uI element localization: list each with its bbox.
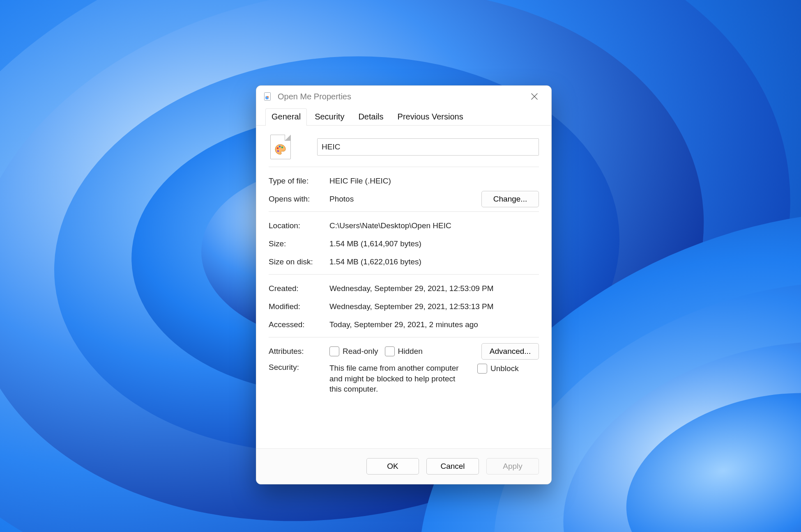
separator (269, 167, 539, 167)
separator (269, 274, 539, 275)
accessed-value: Today, September 29, 2021, 2 minutes ago (329, 320, 539, 329)
size-on-disk-value: 1.54 MB (1,622,016 bytes) (329, 257, 539, 266)
hidden-checkbox-label: Hidden (398, 347, 423, 356)
security-label: Security: (269, 363, 329, 372)
svg-point-15 (267, 96, 269, 98)
opens-with-value: Photos (329, 195, 481, 204)
cancel-button[interactable]: Cancel (426, 458, 479, 475)
svg-point-19 (277, 150, 279, 152)
unblock-checkbox[interactable]: Unblock (477, 364, 519, 374)
window-title: Open Me Properties (278, 92, 351, 101)
tabs: General Security Details Previous Versio… (256, 107, 551, 126)
modified-value: Wednesday, September 29, 2021, 12:53:13 … (329, 302, 539, 311)
tab-security[interactable]: Security (308, 108, 350, 126)
svg-point-18 (281, 147, 283, 149)
separator (269, 211, 539, 212)
desktop: Open Me Properties General Security Deta… (0, 0, 801, 532)
svg-point-16 (277, 147, 279, 149)
svg-point-17 (279, 146, 281, 148)
size-on-disk-label: Size on disk: (269, 257, 329, 266)
size-value: 1.54 MB (1,614,907 bytes) (329, 239, 539, 248)
created-value: Wednesday, September 29, 2021, 12:53:09 … (329, 284, 539, 293)
tab-general[interactable]: General (265, 108, 307, 126)
tab-details[interactable]: Details (352, 108, 389, 126)
close-button[interactable] (525, 87, 544, 106)
apply-button[interactable]: Apply (486, 458, 539, 475)
hidden-checkbox[interactable]: Hidden (385, 346, 423, 356)
attributes-label: Attributes: (269, 347, 329, 356)
dialog-footer: OK Cancel Apply (256, 448, 551, 484)
ok-button[interactable]: OK (366, 458, 419, 475)
type-value: HEIC File (.HEIC) (329, 177, 539, 186)
accessed-label: Accessed: (269, 320, 329, 329)
paint-palette-icon (274, 143, 286, 156)
type-label: Type of file: (269, 177, 329, 186)
location-label: Location: (269, 221, 329, 230)
advanced-button[interactable]: Advanced... (481, 343, 539, 360)
change-button[interactable]: Change... (481, 191, 539, 207)
security-value: This file came from another computer and… (329, 363, 469, 394)
created-label: Created: (269, 284, 329, 293)
size-label: Size: (269, 239, 329, 248)
file-type-icon (264, 92, 273, 101)
separator (269, 337, 539, 337)
modified-label: Modified: (269, 302, 329, 311)
properties-dialog: Open Me Properties General Security Deta… (256, 85, 552, 484)
filename-input[interactable] (317, 138, 539, 156)
tab-previous-versions[interactable]: Previous Versions (391, 108, 470, 126)
titlebar[interactable]: Open Me Properties (256, 86, 551, 107)
readonly-checkbox[interactable]: Read-only (329, 346, 378, 356)
properties-content: Type of file: HEIC File (.HEIC) Opens wi… (256, 126, 551, 448)
close-icon (531, 93, 538, 100)
opens-with-label: Opens with: (269, 195, 329, 204)
location-value: C:\Users\Nate\Desktop\Open HEIC (329, 221, 539, 230)
readonly-checkbox-label: Read-only (343, 347, 378, 356)
unblock-checkbox-label: Unblock (490, 364, 519, 373)
file-icon (270, 135, 291, 159)
